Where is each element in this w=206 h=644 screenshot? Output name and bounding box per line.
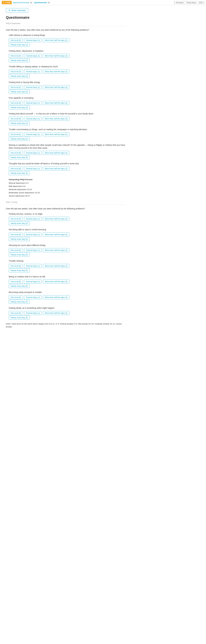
option-btn-gad7-1[interactable]: Several days (1) bbox=[24, 311, 42, 315]
top-nav: + + Add Depression/Anxiety ⚙ / Questionn… bbox=[0, 0, 206, 5]
option-btn-phq8-0[interactable]: Not at all (0) bbox=[9, 151, 23, 155]
option-btn-phq6-2[interactable]: More than half the days (2) bbox=[43, 117, 69, 121]
option-btn-gad2-2[interactable]: More than half the days (2) bbox=[43, 232, 69, 236]
option-btn-phq9-3[interactable]: Nearly every day (3) bbox=[9, 171, 30, 175]
options-row2-phq8: Nearly every day (3) bbox=[9, 156, 126, 159]
option-btn-phq6-3[interactable]: Nearly every day (3) bbox=[9, 121, 30, 125]
option-btn-phq8-2[interactable]: More than half the days (2) bbox=[43, 151, 69, 155]
options-row2-gad1: Nearly every day (3) bbox=[9, 221, 126, 225]
option-btn-phq4-1[interactable]: Several days (1) bbox=[24, 85, 42, 89]
question-text-phq5: Poor appetite or overeating bbox=[9, 96, 126, 100]
option-btn-phq8-3[interactable]: Nearly every day (3) bbox=[9, 156, 30, 159]
option-btn-phq9-0[interactable]: Not at all (0) bbox=[9, 166, 23, 170]
option-btn-gad3-3[interactable]: Nearly every day (3) bbox=[9, 253, 30, 257]
option-btn-gad1-2[interactable]: More than half the days (2) bbox=[43, 217, 69, 221]
options-row1-phq6: Not at all (0)Several days (1)More than … bbox=[9, 117, 126, 121]
options-row1-gad1: Not at all (0)Several days (1)More than … bbox=[9, 217, 126, 221]
option-btn-gad5-0[interactable]: Not at all (0) bbox=[9, 280, 23, 284]
option-btn-phq4-3[interactable]: Nearly every day (3) bbox=[9, 90, 30, 94]
patient-info-box: ID Number Family Name DOB bbox=[174, 1, 204, 4]
option-btn-gad1-0[interactable]: Not at all (0) bbox=[9, 217, 23, 221]
option-btn-phq5-2[interactable]: More than half the days (2) bbox=[43, 101, 69, 105]
option-btn-phq3-0[interactable]: Not at all (0) bbox=[9, 70, 23, 74]
option-btn-gad3-1[interactable]: Several days (1) bbox=[24, 248, 42, 252]
option-btn-phq6-1[interactable]: Several days (1) bbox=[24, 117, 42, 121]
option-btn-gad5-3[interactable]: Nearly every day (3) bbox=[9, 284, 30, 288]
option-btn-gad2-1[interactable]: Several days (1) bbox=[24, 232, 42, 236]
question-text-gad4: Trouble relaxing bbox=[9, 260, 126, 262]
option-btn-gad6-1[interactable]: Several days (1) bbox=[24, 295, 42, 299]
option-btn-gad1-3[interactable]: Nearly every day (3) bbox=[9, 221, 30, 225]
breadcrumb-depression-anxiety[interactable]: Depression/Anxiety bbox=[13, 2, 29, 4]
option-btn-phq1-2[interactable]: More than half the days (2) bbox=[43, 38, 69, 42]
option-btn-phq7-1[interactable]: Several days (1) bbox=[24, 132, 42, 136]
option-btn-gad6-2[interactable]: More than half the days (2) bbox=[43, 295, 69, 299]
option-btn-gad1-1[interactable]: Several days (1) bbox=[24, 217, 42, 221]
option-btn-phq7-0[interactable]: Not at all (0) bbox=[9, 132, 23, 136]
option-btn-gad7-3[interactable]: Nearly every day (3) bbox=[9, 316, 30, 320]
option-btn-gad5-2[interactable]: More than half the days (2) bbox=[43, 280, 69, 284]
option-btn-phq2-2[interactable]: More than half the days (2) bbox=[43, 54, 69, 58]
options-row2-phq3: Nearly every day (3) bbox=[9, 74, 126, 78]
main-content: 👁 Show Summary Questionnaire PHQ-9 Depre… bbox=[0, 5, 132, 331]
option-btn-phq7-2[interactable]: More than half the days (2) bbox=[43, 132, 69, 136]
question-block-phq3: Trouble falling or staying asleep, or sl… bbox=[6, 65, 126, 78]
question-block-phq8: Moving or speaking so slowly that other … bbox=[6, 144, 126, 159]
option-btn-phq3-2[interactable]: More than half the days (2) bbox=[43, 70, 69, 74]
question-text-phq4: Feeling tired or having little energy bbox=[9, 81, 126, 84]
question-text-phq9: Thoughts that you would be better off de… bbox=[9, 162, 126, 165]
option-btn-gad7-0[interactable]: Not at all (0) bbox=[9, 311, 23, 315]
option-btn-phq9-1[interactable]: Several days (1) bbox=[24, 166, 42, 170]
show-summary-button[interactable]: 👁 Show Summary bbox=[6, 8, 28, 12]
option-btn-phq6-0[interactable]: Not at all (0) bbox=[9, 117, 23, 121]
breadcrumb-separator: / bbox=[33, 2, 34, 4]
option-btn-phq5-0[interactable]: Not at all (0) bbox=[9, 101, 23, 105]
option-btn-gad2-3[interactable]: Nearly every day (3) bbox=[9, 237, 30, 241]
phq9-interpreting: Interpreting PHQ-9 Scores Minimal depres… bbox=[6, 178, 126, 198]
options-row2-gad6: Nearly every day (3) bbox=[9, 300, 126, 304]
option-btn-gad6-0[interactable]: Not at all (0) bbox=[9, 295, 23, 299]
option-btn-gad3-2[interactable]: More than half the days (2) bbox=[43, 248, 69, 252]
option-btn-gad2-0[interactable]: Not at all (0) bbox=[9, 232, 23, 236]
option-btn-phq1-3[interactable]: Nearly every day (3) bbox=[9, 43, 30, 47]
options-row2-phq4: Nearly every day (3) bbox=[9, 90, 126, 94]
option-btn-gad6-3[interactable]: Nearly every day (3) bbox=[9, 300, 30, 304]
option-btn-phq8-1[interactable]: Several days (1) bbox=[24, 151, 42, 155]
option-btn-phq2-3[interactable]: Nearly every day (3) bbox=[9, 58, 30, 62]
option-btn-phq1-0[interactable]: Not at all (0) bbox=[9, 38, 23, 42]
option-btn-phq4-0[interactable]: Not at all (0) bbox=[9, 85, 23, 89]
options-row1-gad3: Not at all (0)Several days (1)More than … bbox=[9, 248, 126, 252]
option-btn-phq5-3[interactable]: Nearly every day (3) bbox=[9, 106, 30, 110]
option-btn-phq2-1[interactable]: Several days (1) bbox=[24, 54, 42, 58]
option-btn-phq4-2[interactable]: More than half the days (2) bbox=[43, 85, 69, 89]
option-btn-gad4-2[interactable]: More than half the days (2) bbox=[43, 264, 69, 268]
plus-icon: + bbox=[3, 2, 5, 4]
option-btn-gad5-1[interactable]: Several days (1) bbox=[24, 280, 42, 284]
phq9-section-label: PHQ-9 Depression bbox=[6, 22, 126, 24]
option-btn-phq2-0[interactable]: Not at all (0) bbox=[9, 54, 23, 58]
option-btn-gad4-0[interactable]: Not at all (0) bbox=[9, 264, 23, 268]
option-btn-gad4-3[interactable]: Nearly every day (3) bbox=[9, 268, 30, 272]
option-btn-phq3-3[interactable]: Nearly every day (3) bbox=[9, 74, 30, 78]
gad7-intro: Over the last two weeks, how often have … bbox=[6, 207, 126, 210]
option-btn-gad4-1[interactable]: Several days (1) bbox=[24, 264, 42, 268]
question-block-gad6: Becoming easily annoyed or irritableNot … bbox=[6, 291, 126, 304]
options-row1-phq5: Not at all (0)Several days (1)More than … bbox=[9, 101, 126, 105]
option-btn-phq3-1[interactable]: Several days (1) bbox=[24, 70, 42, 74]
depression-anxiety-gear-icon[interactable]: ⚙ bbox=[30, 2, 32, 4]
questionnaire-gear-icon[interactable]: ⚙ bbox=[48, 2, 50, 4]
option-btn-phq9-2[interactable]: More than half the days (2) bbox=[43, 166, 69, 170]
option-btn-gad7-2[interactable]: More than half the days (2) bbox=[43, 311, 69, 315]
add-label: + Add bbox=[5, 2, 10, 4]
option-btn-phq1-1[interactable]: Several days (1) bbox=[24, 38, 42, 42]
add-button[interactable]: + + Add bbox=[2, 1, 12, 4]
breadcrumb: Depression/Anxiety ⚙ / Questionnaire ⚙ bbox=[13, 2, 50, 4]
question-block-gad7: Feeling afraid, as if something awful mi… bbox=[6, 307, 126, 320]
patient-family-name-label: Family Name bbox=[186, 2, 196, 4]
option-btn-gad3-0[interactable]: Not at all (0) bbox=[9, 248, 23, 252]
option-btn-phq7-3[interactable]: Nearly every day (3) bbox=[9, 137, 30, 141]
phq9-interp-item: Moderate depression 10-14 bbox=[9, 188, 126, 191]
breadcrumb-questionnaire[interactable]: Questionnaire bbox=[34, 2, 47, 4]
question-block-phq5: Poor appetite or overeatingNot at all (0… bbox=[6, 96, 126, 110]
option-btn-phq5-1[interactable]: Several days (1) bbox=[24, 101, 42, 105]
